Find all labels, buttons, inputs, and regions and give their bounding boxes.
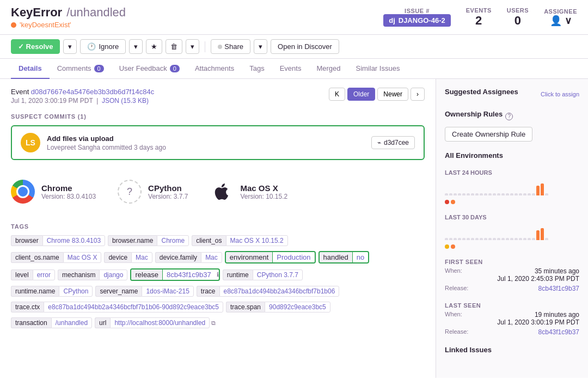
- tag-val: Chrome: [157, 235, 189, 246]
- all-environments-label: All Environments: [445, 151, 579, 160]
- last-seen-release[interactable]: 8cb43f1c9b37: [538, 328, 579, 336]
- last-seen-date: Jul 1, 2020 3:00:19 PM PDT: [497, 318, 579, 326]
- first-seen-release[interactable]: 8cb43f1c9b37: [538, 285, 579, 292]
- last-seen-release-row: Release: 8cb43f1c9b37: [445, 328, 579, 336]
- tag-key: client_os.name: [11, 252, 63, 263]
- bar: [484, 238, 487, 240]
- toolbar-divider: [205, 41, 205, 52]
- tag-trace[interactable]: trace e8c87ba1dc494bb2a4346bcfbf7b1b06: [197, 286, 340, 297]
- share-dropdown-button[interactable]: ▾: [254, 39, 267, 54]
- issue-badge: dj DJANGO-46-2: [383, 14, 451, 27]
- open-discover-button[interactable]: Open in Discover: [271, 39, 339, 54]
- event-label: Event: [11, 88, 31, 96]
- tag-key: browser.name: [108, 235, 157, 246]
- discover-label: Open in Discover: [278, 42, 332, 51]
- tag-environment-highlighted[interactable]: environment Production: [225, 251, 316, 264]
- tag-runtime-name[interactable]: runtime.name CPython: [11, 286, 93, 297]
- tag-handled-highlighted[interactable]: handled no: [318, 251, 370, 264]
- last-30d-section: LAST 30 DAYS: [445, 214, 579, 249]
- first-seen-section: FIRST SEEN When: 35 minutes ago Jul 1, 2…: [445, 259, 579, 292]
- bar: [497, 238, 500, 240]
- last-seen-title: LAST SEEN: [445, 302, 579, 309]
- tag-browser[interactable]: browser Chrome 83.0.4103: [11, 235, 105, 246]
- assignee-stat[interactable]: ASSIGNEE 👤 ∨: [544, 8, 577, 27]
- tag-val: Production: [273, 252, 314, 262]
- tag-runtime[interactable]: runtime CPython 3.7.7: [223, 269, 303, 280]
- nav-last-button[interactable]: ›: [411, 88, 425, 101]
- tag-val: Mac: [131, 252, 152, 263]
- bar: [467, 193, 470, 195]
- tab-events[interactable]: Events: [272, 59, 309, 79]
- json-link[interactable]: JSON (15.3 KB): [102, 97, 149, 105]
- commit-title: Add files via upload: [47, 134, 166, 143]
- tag-row-3: level error mechanism django release 8cb…: [11, 268, 303, 281]
- first-seen-when-label: When:: [445, 267, 462, 274]
- tab-comments[interactable]: Comments 0: [50, 59, 112, 79]
- ignore-icon: 🕐: [87, 42, 96, 51]
- bar-active: [536, 230, 540, 240]
- tag-device[interactable]: device Mac: [104, 252, 152, 263]
- commit-hash[interactable]: ⌁ d3d7cee: [371, 136, 415, 149]
- tag-trace-span[interactable]: trace.span 90d892c9eace3bc5: [226, 302, 330, 313]
- last-30d-label: LAST 30 DAYS: [445, 214, 579, 220]
- tag-key: device.family: [155, 252, 201, 263]
- delete-dropdown-button[interactable]: ▾: [186, 39, 199, 54]
- tab-bar: Details Comments 0 User Feedback 0 Attac…: [0, 59, 588, 79]
- tag-key: runtime: [223, 269, 253, 280]
- tab-attachments[interactable]: Attachments: [187, 59, 242, 79]
- tag-key: trace.ctx: [11, 302, 44, 313]
- bar-active: [541, 228, 544, 240]
- tag-val: 90d892c9eace3bc5: [265, 302, 330, 313]
- nav-newer-button[interactable]: Newer: [377, 88, 408, 101]
- share-button[interactable]: Share: [211, 39, 250, 54]
- tag-transaction[interactable]: transaction /unhandled: [11, 317, 92, 328]
- tags-section: TAGS browser Chrome 83.0.4103 browser.na…: [11, 223, 425, 330]
- tag-server-name[interactable]: server_name 1dos-iMac-215: [95, 286, 193, 297]
- error-location: /unhandled: [66, 5, 126, 20]
- tag-client-os-name[interactable]: client_os.name Mac OS X: [11, 252, 101, 263]
- macos-version: Version: 10.15.2: [240, 193, 287, 200]
- tag-url[interactable]: url http://localhost:8000/unhandled ⧉: [95, 317, 216, 328]
- nav-first-button[interactable]: K: [329, 88, 345, 101]
- nav-older-button[interactable]: Older: [347, 88, 375, 101]
- event-navigation: K Older Newer ›: [329, 88, 425, 101]
- suggested-assignees-title: Suggested Assignees: [445, 88, 518, 96]
- last-seen-release-label: Release:: [445, 328, 468, 335]
- event-info: Event d08d7667e4a5476eb3b3db6d7f14c84c J…: [11, 88, 154, 105]
- tag-client-os[interactable]: client_os Mac OS X 10.15.2: [192, 235, 287, 246]
- tag-level[interactable]: level error: [11, 269, 55, 280]
- header-stats: ISSUE # dj DJANGO-46-2 EVENTS 2 USERS 0 …: [383, 7, 577, 28]
- tab-similar-issues[interactable]: Similar Issues: [348, 59, 407, 79]
- url-external-icon: ⧉: [211, 320, 216, 327]
- bar: [467, 238, 470, 240]
- tab-user-feedback[interactable]: User Feedback 0: [112, 59, 187, 79]
- event-date: Jul 1, 2020 3:00:19 PM PDT: [11, 97, 93, 105]
- bookmark-button[interactable]: ★: [146, 39, 162, 54]
- bar: [528, 193, 531, 195]
- tag-val: 1dos-iMac-215: [142, 286, 193, 297]
- bar: [532, 193, 535, 195]
- ignore-dropdown-button[interactable]: ▾: [129, 39, 143, 54]
- delete-button[interactable]: 🗑: [166, 39, 182, 54]
- create-ownership-rule-button[interactable]: Create Ownership Rule: [445, 127, 532, 142]
- tab-details[interactable]: Details: [11, 59, 50, 79]
- bar: [471, 238, 474, 240]
- event-id-link[interactable]: d08d7667e4a5476eb3b3db6d7f14c84c: [31, 88, 154, 96]
- tag-key: trace: [197, 286, 219, 297]
- click-to-assign[interactable]: Click to assign: [541, 91, 579, 97]
- tag-mechanism[interactable]: mechanism django: [58, 269, 127, 280]
- tag-val: e8c87ba1dc494bb2a4346bcfbf7b1b06-90d892c…: [44, 302, 223, 313]
- tag-release-highlighted[interactable]: release 8cb43f1c9b37 ℹ: [130, 268, 219, 281]
- cpython-info: CPython Version: 3.7.7: [148, 183, 188, 200]
- resolve-dropdown-button[interactable]: ▾: [63, 39, 77, 54]
- tag-trace-ctx[interactable]: trace.ctx e8c87ba1dc494bb2a4346bcfbf7b1b…: [11, 302, 223, 313]
- resolve-button[interactable]: ✓ Resolve: [11, 39, 60, 54]
- tab-merged[interactable]: Merged: [309, 59, 348, 79]
- tag-device-family[interactable]: device.family Mac: [155, 252, 222, 263]
- tab-tags[interactable]: Tags: [242, 59, 272, 79]
- tag-browser-name[interactable]: browser.name Chrome: [108, 235, 189, 246]
- ownership-rules-section: Ownership Rules ? Create Ownership Rule: [445, 110, 579, 142]
- assignee-icon[interactable]: 👤 ∨: [550, 15, 572, 27]
- tech-cpython: ? CPython Version: 3.7.7: [118, 180, 188, 204]
- ignore-button[interactable]: 🕐 Ignore: [80, 39, 126, 54]
